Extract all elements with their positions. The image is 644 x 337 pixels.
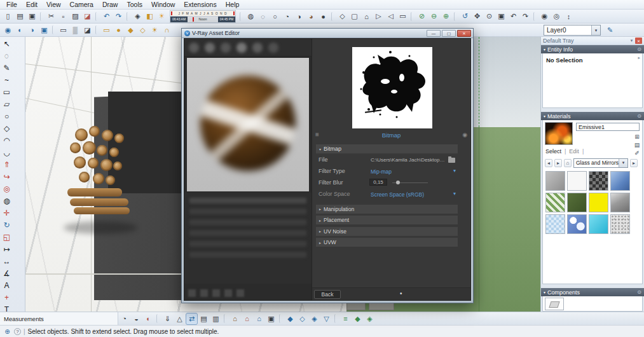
new-file-icon[interactable]: ▯ bbox=[3, 11, 13, 22]
shadows-toggle-icon[interactable]: ☀ bbox=[156, 11, 167, 22]
maximize-button[interactable]: ▢ bbox=[442, 30, 456, 37]
pushpin-icon[interactable]: ⊙ bbox=[637, 46, 641, 52]
lasso-tool-icon[interactable]: ◌ bbox=[1, 50, 13, 62]
material-swatch-mirror[interactable] bbox=[610, 193, 630, 212]
material-preview-thumbnail[interactable] bbox=[545, 122, 573, 145]
solid-union-icon[interactable]: ◆ bbox=[285, 313, 296, 324]
rectangle-tool-icon[interactable]: ▭ bbox=[1, 86, 13, 98]
monochrome-icon[interactable]: ● bbox=[318, 11, 329, 22]
chevron-down-icon[interactable]: ▾ bbox=[453, 191, 456, 196]
close-button[interactable]: ✕ bbox=[457, 30, 471, 37]
wireframe-icon[interactable]: ○ bbox=[270, 11, 280, 22]
text-tool-icon[interactable]: A bbox=[1, 279, 13, 291]
vray-spot-light-icon[interactable]: ◆ bbox=[125, 25, 136, 36]
left-view-icon[interactable]: ▭ bbox=[397, 11, 408, 22]
tape-measure-tool-icon[interactable]: ↦ bbox=[1, 243, 13, 255]
tab-select[interactable]: Select bbox=[545, 148, 561, 155]
shadow-time-widget[interactable]: J F M A M J J A S O N D 06:43 AM Noon 04… bbox=[170, 10, 236, 23]
zoom-icon[interactable]: ⊙ bbox=[484, 11, 495, 22]
vray-ies-light-icon[interactable]: ◇ bbox=[137, 25, 148, 36]
drape-icon[interactable]: ⇓ bbox=[162, 313, 173, 324]
entity-info-header[interactable]: ▾ Entity Info ⊙ bbox=[541, 45, 644, 53]
outer-shell-tool-icon[interactable]: ◍ bbox=[1, 195, 13, 207]
help-icon[interactable]: ? bbox=[14, 328, 21, 335]
styles-edit-icon[interactable]: ✎ bbox=[605, 25, 615, 36]
pushpin-icon[interactable]: ⊙ bbox=[637, 113, 641, 119]
add-detail-icon[interactable]: △ bbox=[174, 313, 185, 324]
vray-interactive-render-icon[interactable]: ◑ bbox=[27, 25, 38, 36]
right-view-icon[interactable]: ▷ bbox=[373, 11, 384, 22]
material-name-field[interactable]: Emissive1 bbox=[576, 123, 640, 131]
rotate-tool-icon[interactable]: ↻ bbox=[1, 219, 13, 231]
scale-tool-icon[interactable]: ◱ bbox=[1, 231, 13, 243]
erase-icon[interactable]: ◪ bbox=[82, 11, 93, 22]
walk-icon[interactable]: ↕ bbox=[563, 11, 574, 22]
menu-item[interactable]: Window bbox=[147, 0, 179, 10]
filter-blur-slider-handle[interactable] bbox=[396, 181, 400, 184]
secondary-pane-icon[interactable]: ▤ bbox=[633, 141, 641, 148]
filter-blur-value[interactable]: 0,15 bbox=[369, 179, 387, 186]
xray-icon[interactable]: ◍ bbox=[245, 11, 256, 22]
next-view-icon[interactable]: ↷ bbox=[520, 11, 531, 22]
sandbox-from-scratch-icon[interactable]: ◒ bbox=[131, 313, 142, 324]
front-view-icon[interactable]: ⌂ bbox=[361, 11, 372, 22]
vray-omni-light-icon[interactable]: ☀ bbox=[149, 25, 160, 36]
menu-item[interactable]: Camera bbox=[65, 0, 98, 10]
component-thumbnail[interactable] bbox=[545, 298, 564, 310]
measurements-box[interactable]: Measurements bbox=[0, 312, 118, 325]
freehand-tool-icon[interactable]: ~ bbox=[1, 74, 13, 86]
vray-clipper-icon[interactable]: ◪ bbox=[82, 25, 93, 36]
menu-item[interactable]: Edit bbox=[22, 0, 42, 10]
scenes-icon[interactable]: ▥ bbox=[210, 313, 221, 324]
open-file-icon[interactable]: ▤ bbox=[15, 11, 25, 22]
smoove-icon[interactable]: ◐ bbox=[143, 313, 154, 324]
time-slider-handle[interactable] bbox=[193, 17, 194, 22]
copy-icon[interactable]: ▫ bbox=[58, 11, 69, 22]
menu-item[interactable]: Draw bbox=[98, 0, 123, 10]
polygon-tool-icon[interactable]: ◇ bbox=[1, 122, 13, 134]
vray-rect-light-icon[interactable]: ▭ bbox=[101, 25, 112, 36]
offset-tool-icon[interactable]: ◎ bbox=[1, 182, 13, 195]
tab-edit[interactable]: Edit bbox=[569, 148, 579, 155]
look-around-icon[interactable]: ◎ bbox=[551, 11, 562, 22]
collapsed-section-header[interactable]: ▸ UVW bbox=[316, 238, 458, 247]
create-material-icon[interactable]: ⊞ bbox=[633, 133, 641, 140]
material-swatch-white[interactable] bbox=[567, 171, 587, 191]
menu-item[interactable]: File bbox=[2, 0, 22, 10]
make-component-icon[interactable]: ◈ bbox=[132, 11, 143, 22]
two-point-arc-tool-icon[interactable]: ◡ bbox=[1, 146, 13, 158]
material-swatch-speckled[interactable] bbox=[610, 214, 630, 234]
back-button[interactable]: Back bbox=[314, 290, 341, 299]
solid-subtract-icon[interactable]: ◇ bbox=[297, 313, 308, 324]
material-swatch-yellow[interactable] bbox=[589, 193, 608, 212]
material-swatch-blue-marble[interactable] bbox=[567, 214, 587, 234]
bitmap-section-header[interactable]: ▾ Bitmap bbox=[316, 144, 458, 154]
back-collection-icon[interactable]: ◂ bbox=[545, 159, 552, 167]
move-tool-icon[interactable]: ✛ bbox=[1, 207, 13, 219]
back-view-icon[interactable]: ◁ bbox=[385, 11, 396, 22]
hidden-line-icon[interactable]: ◔ bbox=[282, 11, 292, 22]
forward-collection-icon[interactable]: ▸ bbox=[554, 159, 562, 167]
views-toolbar-icon[interactable]: ◆ bbox=[352, 313, 363, 324]
textured-icon[interactable]: ◕ bbox=[306, 11, 317, 22]
menu-item[interactable]: Extensions bbox=[179, 0, 221, 10]
push-pull-tool-icon[interactable]: ⇑ bbox=[1, 158, 13, 170]
save-icon[interactable]: ▣ bbox=[27, 11, 38, 22]
collapsed-section-header[interactable]: ▸ Manipulation bbox=[316, 205, 458, 214]
section-fill-icon[interactable]: ⊕ bbox=[441, 11, 451, 22]
vray-viewport-render-icon[interactable]: ▣ bbox=[39, 25, 50, 36]
zoom-extents-icon[interactable]: ▣ bbox=[496, 11, 507, 22]
section-plane-icon[interactable]: ⊘ bbox=[416, 11, 427, 22]
top-view-icon[interactable]: ▢ bbox=[349, 11, 360, 22]
arc-tool-icon[interactable]: ◠ bbox=[1, 134, 13, 146]
material-swatch-green-stripes[interactable] bbox=[545, 193, 565, 212]
3d-warehouse-icon[interactable]: ⌂ bbox=[230, 313, 240, 324]
shadow-time-slider[interactable]: Noon bbox=[188, 17, 218, 22]
preview-visibility-icon[interactable]: ◉ bbox=[462, 132, 467, 138]
layer-dropdown[interactable]: Layer0 ▾ bbox=[544, 25, 601, 36]
material-swatch-gray[interactable] bbox=[545, 171, 565, 191]
vray-render-icon[interactable]: ◐ bbox=[15, 25, 25, 36]
in-model-home-icon[interactable]: ⌂ bbox=[564, 159, 572, 167]
menu-item[interactable]: Help bbox=[221, 0, 244, 10]
pushpin-icon[interactable]: ⊙ bbox=[637, 289, 641, 295]
